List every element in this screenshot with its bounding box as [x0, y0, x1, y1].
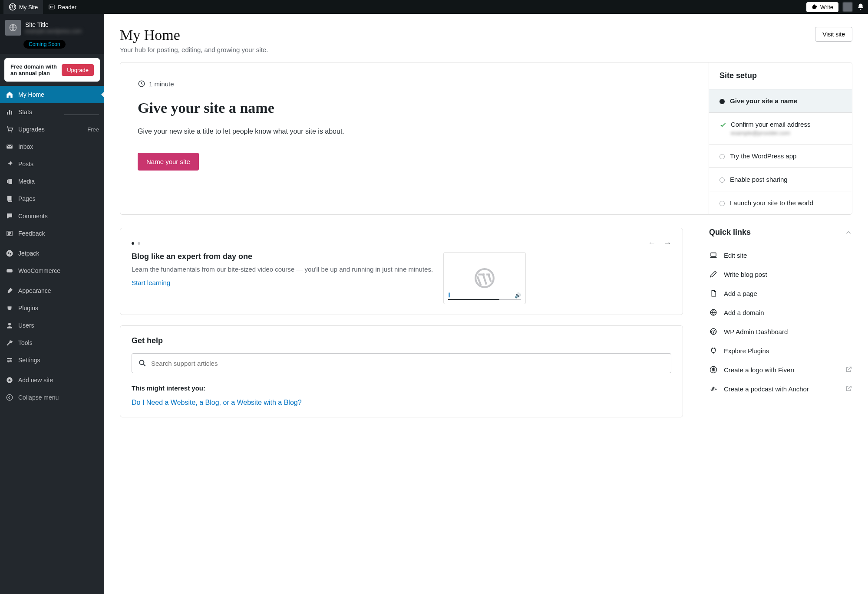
pages-icon — [5, 194, 14, 203]
nav-posts[interactable]: Posts — [0, 155, 104, 173]
carousel-cta[interactable]: Start learning — [132, 279, 170, 286]
carousel-dots[interactable] — [132, 242, 140, 245]
write-button-label: Write — [820, 4, 833, 10]
search-icon — [138, 359, 147, 368]
brush-icon — [5, 286, 14, 295]
quick-label: Explore Plugins — [724, 347, 769, 354]
topbar: My Site Reader Write — [0, 0, 868, 14]
nav-feedback[interactable]: Feedback — [0, 225, 104, 242]
setup-item-label: Confirm your email address — [731, 121, 810, 128]
site-url-blurred: example.wordpress.com — [25, 28, 82, 34]
nav-jetpack[interactable]: Jetpack — [0, 245, 104, 262]
progress-bar[interactable] — [448, 299, 521, 300]
video-thumbnail[interactable]: ∥ 🔊 — [443, 252, 526, 304]
chevron-up-icon[interactable] — [845, 229, 852, 236]
quick-wp-admin[interactable]: WP Admin Dashboard — [709, 322, 852, 341]
nav-comments[interactable]: Comments — [0, 207, 104, 225]
nav-inbox[interactable]: Inbox — [0, 138, 104, 155]
quick-add-page[interactable]: Add a page — [709, 284, 852, 303]
nav-upgrades[interactable]: Upgrades Free — [0, 121, 104, 138]
nav-label: Appearance — [18, 287, 51, 294]
check-icon — [719, 121, 726, 128]
nav-label: Stats — [18, 108, 32, 115]
nav-tools[interactable]: Tools — [0, 334, 104, 351]
plus-circle-icon — [5, 376, 14, 384]
external-link-icon — [845, 385, 852, 393]
external-link-icon — [845, 366, 852, 374]
task-panel: 1 minute Give your site a name Give your… — [120, 62, 709, 214]
plug-icon — [5, 304, 14, 312]
name-site-button[interactable]: Name your site — [138, 153, 199, 171]
learn-carousel: ← → Blog like an expert from day one Lea… — [120, 228, 683, 315]
quick-heading: Quick links — [709, 228, 751, 237]
svg-rect-1 — [49, 5, 54, 9]
nav-pages[interactable]: Pages — [0, 190, 104, 207]
fiverr-icon: fi — [709, 365, 718, 374]
svg-point-9 — [8, 131, 9, 132]
quick-fiverr[interactable]: fi Create a logo with Fiverr — [709, 360, 852, 379]
carousel-desc: Learn the fundamentals from our bite-siz… — [132, 266, 433, 273]
nav-stats[interactable]: Stats — [0, 103, 104, 121]
carousel-dot-1[interactable] — [132, 242, 134, 245]
svg-rect-7 — [9, 110, 10, 115]
quick-add-domain[interactable]: Add a domain — [709, 303, 852, 322]
setup-item-email[interactable]: Confirm your email address example@provi… — [709, 112, 852, 144]
setup-email-blurred: example@provider.com — [731, 130, 810, 136]
nav-woocommerce[interactable]: WooCommerce — [0, 262, 104, 279]
topbar-my-site[interactable]: My Site — [3, 0, 43, 14]
quick-edit-site[interactable]: Edit site — [709, 246, 852, 265]
setup-item-launch[interactable]: Launch your site to the world — [709, 191, 852, 214]
quick-links: Quick links Edit site Write blog post Ad… — [709, 228, 852, 398]
user-avatar[interactable] — [843, 2, 852, 12]
carousel-prev[interactable]: ← — [648, 239, 656, 248]
upsell-card: Free domain with an annual plan Upgrade — [4, 58, 100, 82]
help-article-link[interactable]: Do I Need a Website, a Blog, or a Websit… — [132, 399, 671, 407]
upgrade-button[interactable]: Upgrade — [62, 64, 94, 76]
nav-label: Jetpack — [18, 250, 39, 257]
setup-item-label: Try the WordPress app — [730, 152, 796, 160]
setup-item-app[interactable]: Try the WordPress app — [709, 144, 852, 167]
nav-my-home[interactable]: My Home — [0, 86, 104, 103]
quick-anchor[interactable]: Create a podcast with Anchor — [709, 379, 852, 398]
nav-appearance[interactable]: Appearance — [0, 282, 104, 299]
woo-icon — [5, 266, 14, 275]
carousel-next[interactable]: → — [663, 239, 671, 248]
svg-point-26 — [8, 361, 9, 362]
help-heading: Get help — [132, 336, 671, 345]
svg-line-32 — [144, 364, 145, 366]
quick-plugins[interactable]: Explore Plugins — [709, 341, 852, 360]
anchor-icon — [709, 384, 718, 393]
quick-label: Create a logo with Fiverr — [724, 366, 795, 374]
svg-rect-11 — [7, 145, 13, 149]
jetpack-icon — [5, 249, 14, 258]
notifications-icon[interactable] — [857, 3, 865, 11]
visit-site-button[interactable]: Visit site — [815, 27, 852, 42]
carousel-dot-2[interactable] — [138, 242, 140, 245]
help-search-input[interactable] — [151, 360, 665, 367]
write-button[interactable]: Write — [806, 2, 838, 12]
plug-icon — [709, 346, 718, 355]
svg-text:fi: fi — [712, 368, 714, 372]
stats-sparkline — [64, 109, 99, 115]
quick-write-post[interactable]: Write blog post — [709, 265, 852, 284]
wrench-icon — [5, 338, 14, 347]
nav-media[interactable]: Media — [0, 173, 104, 190]
mail-icon — [5, 142, 14, 151]
setup-item-name[interactable]: Give your site a name — [709, 89, 852, 112]
svg-rect-8 — [11, 111, 12, 115]
nav-users[interactable]: Users — [0, 317, 104, 334]
laptop-icon — [709, 251, 718, 259]
help-search[interactable] — [132, 353, 671, 373]
feedback-icon — [5, 229, 14, 238]
site-card[interactable]: Site Title example.wordpress.com Coming … — [0, 14, 104, 54]
nav-settings[interactable]: Settings — [0, 351, 104, 369]
setup-item-sharing[interactable]: Enable post sharing — [709, 167, 852, 191]
setup-heading: Site setup — [709, 62, 852, 89]
nav-add-site[interactable]: Add new site — [0, 371, 104, 389]
topbar-reader[interactable]: Reader — [43, 0, 82, 14]
carousel-title: Blog like an expert from day one — [132, 252, 433, 261]
page-icon — [709, 289, 718, 298]
help-interest-heading: This might interest you: — [132, 384, 671, 392]
nav-collapse[interactable]: Collapse menu — [0, 389, 104, 406]
nav-plugins[interactable]: Plugins — [0, 299, 104, 317]
